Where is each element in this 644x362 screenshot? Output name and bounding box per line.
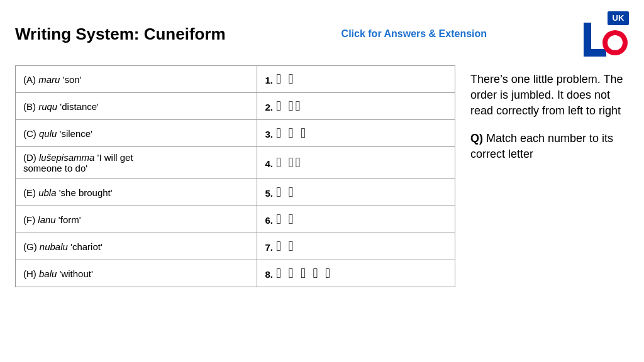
- word-cell: (H) balu 'without': [16, 260, 257, 287]
- cuneiform-cell: 5. 𒌝 𒈗: [257, 179, 455, 206]
- question-bold: Q): [470, 132, 483, 145]
- page-title: Writing System: Cuneiform: [15, 25, 226, 44]
- svg-rect-3: [584, 49, 606, 57]
- cuneiform-cell: 2. 𒌝 𒀭𒁲: [257, 93, 455, 120]
- svg-point-5: [608, 35, 623, 50]
- side-description: There’s one little problem. The order is…: [455, 65, 629, 354]
- table-row: (C) qulu 'silence'3. 𒀭 𒈗 𒁲: [16, 120, 455, 147]
- table-row: (D) lušepisamma 'I will getsomeone to do…: [16, 147, 455, 179]
- cuneiform-cell: 7. 𒌝 𒁲: [257, 233, 455, 260]
- table-row: (B) ruqu 'distance'2. 𒌝 𒀭𒁲: [16, 93, 455, 120]
- word-cell: (A) maru 'son': [16, 66, 257, 93]
- word-cell: (G) nubalu 'chariot': [16, 233, 257, 260]
- cuneiform-cell: 3. 𒀭 𒈗 𒁲: [257, 120, 455, 147]
- word-cell: (D) lušepisamma 'I will getsomeone to do…: [16, 147, 257, 179]
- word-cell: (B) ruqu 'distance': [16, 93, 257, 120]
- question-text: Q) Match each number to its correct lett…: [470, 131, 629, 162]
- table-row: (G) nubalu 'chariot'7. 𒌝 𒁲: [16, 233, 455, 260]
- svg-text:UK: UK: [613, 13, 625, 23]
- question-body: Match each number to its correct letter: [470, 132, 613, 160]
- word-cell: (C) qulu 'silence': [16, 120, 257, 147]
- word-cell: (E) ubla 'she brought': [16, 179, 257, 206]
- logo: UK: [584, 11, 629, 57]
- answers-link[interactable]: Click for Answers & Extension: [341, 28, 487, 40]
- cuneiform-table: (A) maru 'son'1. 𒀭 𒈗(B) ruqu 'distance'2…: [15, 65, 455, 354]
- table-row: (A) maru 'son'1. 𒀭 𒈗: [16, 66, 455, 93]
- table-row: (H) balu 'without'8. 𒁲 𒀭 𒌝 𒈗 𒁲: [16, 260, 455, 287]
- cuneiform-cell: 4. 𒁲 𒀭𒈗: [257, 147, 455, 179]
- description-paragraph: There’s one little problem. The order is…: [470, 72, 629, 119]
- table-row: (E) ubla 'she brought'5. 𒌝 𒈗: [16, 179, 455, 206]
- table-row: (F) lanu 'form'6. 𒀭 𒁲: [16, 206, 455, 233]
- cuneiform-cell: 8. 𒁲 𒀭 𒌝 𒈗 𒁲: [257, 260, 455, 287]
- cuneiform-cell: 6. 𒀭 𒁲: [257, 206, 455, 233]
- word-cell: (F) lanu 'form': [16, 206, 257, 233]
- cuneiform-cell: 1. 𒀭 𒈗: [257, 66, 455, 93]
